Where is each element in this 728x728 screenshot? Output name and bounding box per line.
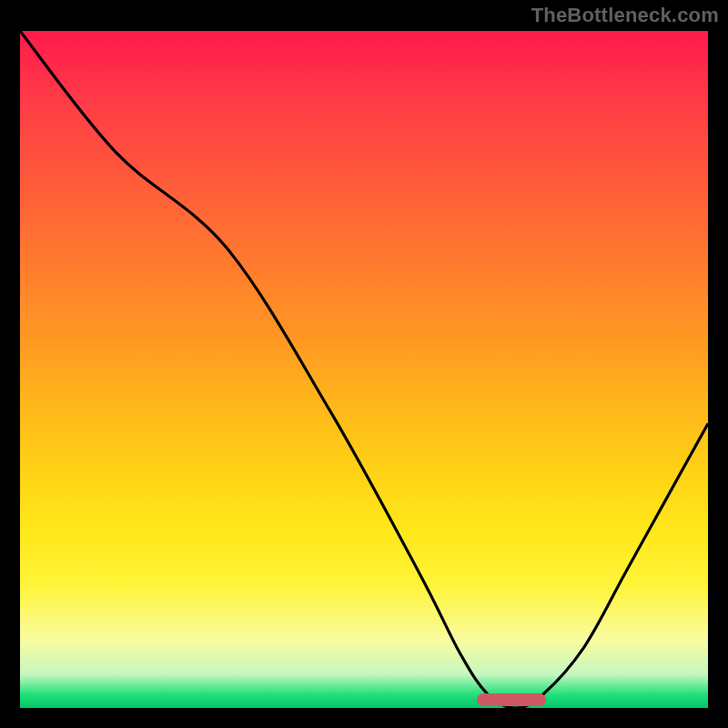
optimal-marker: [477, 693, 546, 706]
chart-container: TheBottleneck.com: [0, 0, 728, 728]
attribution-label: TheBottleneck.com: [531, 4, 719, 27]
plot-area: [20, 31, 708, 708]
bottleneck-curve: [20, 31, 708, 708]
plot-frame: [16, 27, 712, 712]
curve-path: [20, 31, 708, 708]
